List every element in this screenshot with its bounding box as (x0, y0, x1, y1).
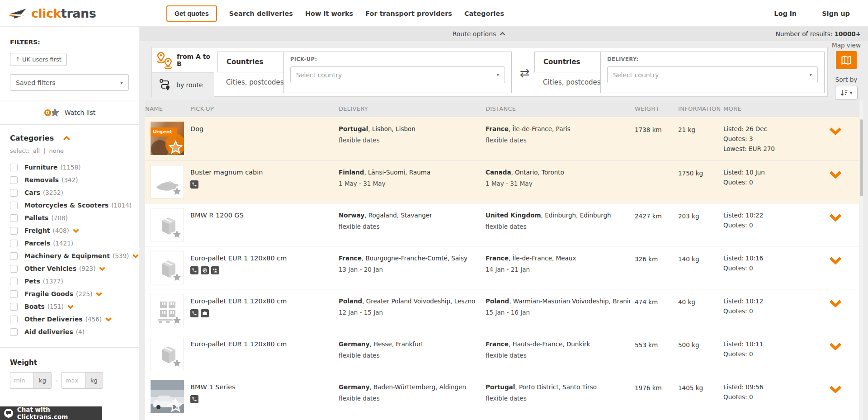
checkbox[interactable] (10, 214, 18, 222)
weight-max-input[interactable] (61, 372, 85, 389)
expand-chevron-icon[interactable] (829, 258, 842, 266)
nav-get-quotes[interactable]: Get quotes (166, 5, 217, 22)
tab-countries-delivery[interactable]: Countries (534, 52, 601, 72)
listing-thumbnail[interactable] (151, 294, 184, 327)
scrollbar[interactable] (859, 100, 863, 420)
map-view-button[interactable] (836, 51, 857, 69)
delivery-panel: DELIVERY: Select country ▾ (600, 52, 825, 93)
listing-thumbnail[interactable] (151, 251, 184, 284)
category-item[interactable]: Pallets(708) (10, 212, 129, 224)
tab-countries-pickup[interactable]: Countries (217, 52, 284, 72)
expand-chevron-icon[interactable] (829, 387, 842, 395)
category-item[interactable]: Parcels(1421) (10, 237, 129, 250)
uk-users-first-button[interactable]: ↑ UK users first (10, 53, 67, 66)
checkbox[interactable] (10, 303, 18, 311)
sort-button[interactable]: ▾ (835, 86, 858, 100)
table-row[interactable]: UrgentDogPortugal, Lisbon, Lisbonflexibl… (145, 117, 859, 160)
checkbox[interactable] (10, 227, 18, 235)
scrollbar-thumb[interactable] (860, 119, 863, 196)
weight-title: Weight (10, 359, 129, 367)
signup-link[interactable]: Sign up (822, 10, 850, 17)
pickup-dates: flexible dates (339, 395, 481, 402)
category-item[interactable]: Cars(3252) (10, 186, 129, 199)
checkbox[interactable] (10, 202, 18, 209)
saved-filters-select[interactable]: Saved filters ▾ (10, 74, 129, 91)
listing-thumbnail[interactable] (151, 208, 184, 241)
pickup-location: Germany, Baden-Württemberg, Aldingen (339, 383, 481, 391)
expand-chevron-icon[interactable] (829, 301, 842, 309)
chevron-down-icon[interactable] (132, 254, 139, 258)
checkbox[interactable] (10, 252, 18, 260)
listing-thumbnail[interactable] (151, 337, 184, 370)
checkbox[interactable] (10, 316, 18, 323)
route-options-toggle[interactable]: Route options (453, 30, 506, 38)
checkbox[interactable] (10, 189, 18, 197)
nav-how-it-works[interactable]: How it works (305, 10, 353, 17)
chevron-down-icon[interactable] (73, 229, 79, 233)
category-count: (3252) (43, 189, 63, 196)
expand-chevron-icon[interactable] (829, 344, 842, 352)
category-item[interactable]: Other Vehicles(923) (10, 262, 129, 275)
expand-chevron-icon[interactable] (829, 128, 842, 137)
results-table: NAMEPICK-UPDELIVERYDISTANCEWEIGHTINFORMA… (145, 100, 859, 420)
logo[interactable]: clicktrans (8, 6, 96, 20)
listing-thumbnail[interactable]: Urgent (151, 122, 184, 155)
table-row[interactable]: Euro-pallet EUR 1 120x80 cmFrance, Bourg… (145, 246, 859, 289)
category-item[interactable]: Other Deliveries(456) (10, 313, 129, 326)
checkbox[interactable] (10, 164, 18, 171)
checkbox[interactable] (10, 278, 18, 285)
expand-chevron-icon[interactable] (829, 172, 842, 180)
checkbox[interactable] (10, 328, 18, 336)
checkbox[interactable] (10, 240, 18, 247)
expand-chevron-icon[interactable] (829, 215, 842, 223)
chevron-down-icon[interactable] (96, 292, 102, 296)
checkbox[interactable] (10, 176, 18, 184)
category-item[interactable]: Pets(1377) (10, 275, 129, 288)
delivery-location: Poland, Warmian-Masurian Voivodeship, Br… (486, 297, 630, 305)
login-link[interactable]: Log in (774, 10, 797, 17)
delivery-country-select[interactable]: Select country ▾ (607, 66, 818, 83)
delivery-dates: flexible dates (486, 395, 630, 402)
category-item[interactable]: Machinery & Equipment(539) (10, 250, 129, 262)
weight-min-input[interactable] (10, 372, 33, 389)
pickup-country-select[interactable]: Select country ▾ (290, 66, 505, 83)
tab-cities-postcodes-pickup[interactable]: Cities, postcodes (217, 76, 284, 89)
category-item[interactable]: Aid deliveries(4) (10, 326, 129, 338)
chevron-down-icon[interactable] (67, 305, 74, 309)
listing-thumbnail[interactable] (151, 165, 184, 198)
tab-cities-postcodes-delivery[interactable]: Cities, postcodes (534, 76, 601, 89)
table-row[interactable]: Euro-pallet EUR 1 120x80 cmPoland, Great… (145, 289, 859, 332)
tab-by-route[interactable]: by route (152, 72, 214, 97)
chevron-down-icon[interactable] (99, 267, 105, 271)
category-item[interactable]: Boats(151) (10, 300, 129, 313)
chevron-up-icon[interactable] (63, 136, 71, 141)
column-header-distance: DISTANCE (486, 105, 635, 112)
category-item[interactable]: Motorcycles & Scooters(1014) (10, 199, 129, 212)
category-item[interactable]: Furniture(1158) (10, 161, 129, 174)
table-row[interactable]: Euro-pallet EUR 1 120x80 cmGermany, Hess… (145, 332, 859, 375)
select-all-link[interactable]: all (33, 147, 40, 154)
weight-value: 500 kg (678, 341, 699, 349)
category-item[interactable]: Removals(342) (10, 174, 129, 186)
nav-for-transport-providers[interactable]: For transport providers (365, 10, 452, 17)
nav-categories[interactable]: Categories (464, 10, 504, 17)
tab-from-a-to-b[interactable]: from A to B (152, 47, 214, 72)
select-none-link[interactable]: none (49, 147, 64, 154)
swap-directions-icon[interactable]: ⇄ (516, 65, 533, 81)
distance-value: 2427 km (635, 212, 662, 220)
info-line: Listed: 10 Jun (723, 169, 818, 176)
nav-search-deliveries[interactable]: Search deliveries (229, 10, 293, 17)
category-count: (1377) (43, 278, 63, 285)
category-item[interactable]: Freight(408) (10, 224, 129, 237)
watch-list-button[interactable]: 0 Watch list (0, 100, 139, 124)
category-count: (151) (47, 303, 64, 310)
table-row[interactable]: Buster magnum cabinFinland, Länsi-Suomi,… (145, 160, 859, 203)
chat-widget[interactable]: Chat with Clicktrans.com (0, 406, 102, 420)
table-row[interactable]: BMW 1 SeriesGermany, Baden-Württemberg, … (145, 375, 859, 418)
listing-thumbnail[interactable] (151, 380, 184, 413)
checkbox[interactable] (10, 265, 18, 273)
checkbox[interactable] (10, 290, 18, 298)
table-row[interactable]: BMW R 1200 GSNorway, Rogaland, Stavanger… (145, 203, 859, 246)
category-item[interactable]: Fragile Goods(225) (10, 288, 129, 300)
chevron-down-icon[interactable] (105, 317, 112, 321)
